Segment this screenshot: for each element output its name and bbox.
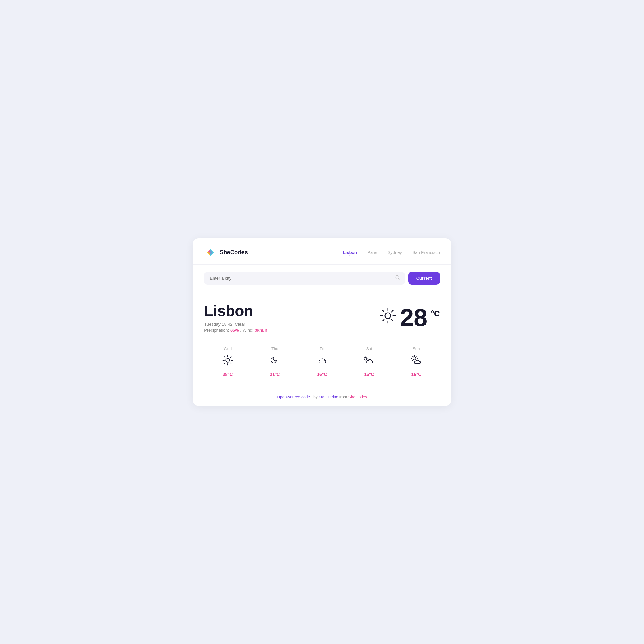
svg-line-15	[382, 319, 384, 321]
shecodes-link[interactable]: SheCodes	[348, 395, 367, 399]
forecast-icon-sat	[363, 354, 375, 369]
forecast-temp-sun: 16°C	[411, 372, 421, 377]
precipitation-value: 65%	[230, 328, 239, 333]
forecast-day-wed: Wed 28°C	[204, 346, 251, 377]
footer-by: , by	[311, 395, 319, 399]
forecast-day-sun: Sun 16°C	[393, 346, 440, 377]
temperature-value: 28	[400, 305, 428, 330]
forecast-icon-thu	[269, 354, 281, 369]
weather-main: Lisbon Tuesday 18:42, Clear Precipitatio…	[193, 292, 451, 341]
weather-left: Lisbon Tuesday 18:42, Clear Precipitatio…	[204, 302, 267, 333]
forecast-day-sat: Sat 16°C	[346, 346, 393, 377]
svg-point-16	[226, 358, 229, 362]
forecast-icon-wed	[222, 354, 233, 369]
svg-line-21	[224, 357, 225, 358]
nav-item-san-francisco[interactable]: San Francisco	[412, 250, 440, 255]
weather-card: SheCodes Lisbon Paris Sydney San Francis…	[193, 238, 451, 406]
forecast-day-name-sat: Sat	[366, 346, 372, 351]
city-name: Lisbon	[204, 302, 267, 319]
svg-line-36	[416, 356, 416, 357]
nav-item-paris[interactable]: Paris	[367, 250, 377, 255]
svg-line-37	[412, 360, 413, 360]
svg-point-29	[413, 357, 416, 360]
wind-label: , Wind:	[240, 328, 255, 333]
sun-icon-large	[379, 307, 396, 328]
search-icon	[395, 275, 400, 281]
logo-icon	[204, 246, 217, 259]
forecast-day-name-fri: Fri	[320, 346, 324, 351]
svg-point-7	[385, 313, 391, 319]
svg-line-6	[398, 278, 399, 279]
forecast-icon-sun	[411, 354, 422, 369]
search-section: Current	[193, 265, 451, 292]
forecast-day-name-thu: Thu	[271, 346, 278, 351]
current-button[interactable]: Current	[408, 272, 440, 285]
open-source-link[interactable]: Open-source code	[277, 395, 310, 399]
header: SheCodes Lisbon Paris Sydney San Francis…	[193, 238, 451, 265]
search-input[interactable]	[204, 272, 405, 285]
forecast-temp-sat: 16°C	[364, 372, 374, 377]
forecast-icon-fri	[316, 354, 328, 369]
weather-details: Precipitation: 65% , Wind: 3km/h	[204, 328, 267, 333]
main-nav: Lisbon Paris Sydney San Francisco	[343, 250, 440, 255]
logo: SheCodes	[204, 246, 248, 259]
forecast-row: Wed 28°C	[204, 346, 440, 377]
search-wrapper	[204, 272, 405, 285]
wind-value: 3km/h	[255, 328, 267, 333]
forecast-section: Wed 28°C	[193, 341, 451, 388]
svg-line-34	[412, 356, 413, 357]
footer-from: from	[339, 395, 348, 399]
svg-line-14	[392, 310, 393, 312]
forecast-temp-fri: 16°C	[317, 372, 327, 377]
forecast-temp-thu: 21°C	[270, 372, 280, 377]
precipitation-label: Precipitation:	[204, 328, 229, 333]
svg-line-28	[367, 357, 367, 357]
weather-datetime: Tuesday 18:42, Clear	[204, 322, 267, 327]
logo-text: SheCodes	[220, 249, 248, 256]
svg-line-24	[224, 363, 225, 364]
forecast-day-thu: Thu 21°C	[251, 346, 298, 377]
forecast-day-fri: Fri 16°C	[298, 346, 346, 377]
svg-point-25	[364, 357, 367, 360]
temperature-unit: °C	[431, 309, 440, 318]
svg-line-22	[230, 363, 231, 364]
temperature-display: 28 °C	[379, 305, 440, 330]
svg-line-12	[382, 310, 384, 312]
svg-line-13	[392, 319, 393, 321]
author-link[interactable]: Matt Delac	[319, 395, 338, 399]
nav-item-sydney[interactable]: Sydney	[388, 250, 402, 255]
forecast-temp-wed: 28°C	[223, 372, 233, 377]
forecast-day-name-sun: Sun	[413, 346, 420, 351]
svg-line-23	[230, 357, 231, 358]
footer: Open-source code , by Matt Delac from Sh…	[193, 388, 451, 406]
nav-item-lisbon[interactable]: Lisbon	[343, 250, 357, 255]
forecast-day-name-wed: Wed	[224, 346, 232, 351]
